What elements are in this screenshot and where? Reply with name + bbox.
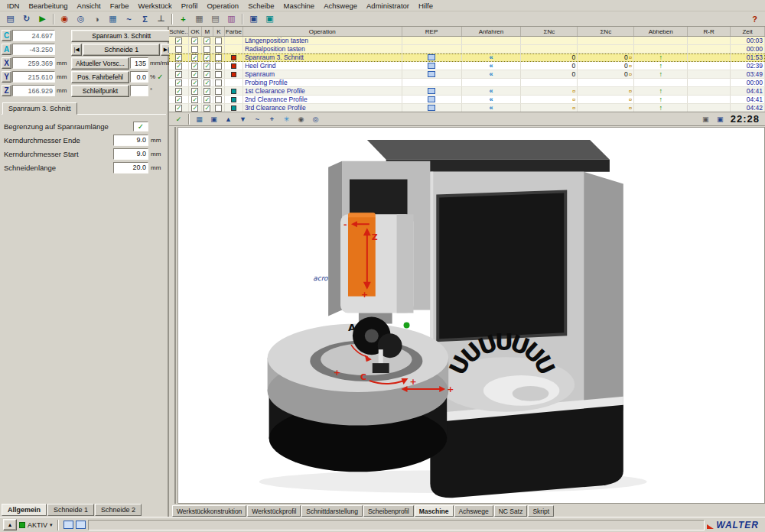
tab-spanraum-3-schnitt[interactable]: Spanraum 3. Schnitt: [2, 102, 77, 115]
schleifen-checkbox[interactable]: ✓: [175, 37, 182, 44]
m-checkbox[interactable]: ✓: [203, 54, 210, 61]
schleifen-checkbox[interactable]: [175, 46, 182, 53]
parameter-value-field[interactable]: 20.0: [113, 162, 148, 174]
axes-view-icon[interactable]: +: [265, 114, 278, 125]
schleifen-checkbox[interactable]: ✓: [175, 88, 182, 95]
column-header-operation[interactable]: Operation: [243, 27, 402, 36]
column-header-schle[interactable]: Schle..: [169, 27, 189, 36]
menu-item-profil[interactable]: Profil: [177, 1, 203, 11]
schleifen-checkbox[interactable]: ✓: [175, 54, 182, 61]
k-checkbox[interactable]: [215, 79, 222, 86]
grid-view-icon[interactable]: ▦: [193, 114, 206, 125]
parameter-checkbox[interactable]: ✓: [133, 122, 148, 131]
network-icon[interactable]: [76, 521, 86, 529]
column-header-rep[interactable]: REP: [402, 27, 462, 36]
machine-status-icon[interactable]: ▣: [699, 114, 712, 125]
column-header-farbe[interactable]: Farbe: [225, 27, 243, 36]
ok-checkbox[interactable]: [191, 46, 198, 53]
menu-item-operation[interactable]: Operation: [202, 1, 243, 11]
add-operation-icon[interactable]: +: [176, 12, 190, 25]
machine-monitor-icon[interactable]: ▣: [262, 12, 277, 25]
parameter-value-field[interactable]: 9.0: [113, 135, 148, 146]
menu-item-ansicht[interactable]: Ansicht: [73, 1, 106, 11]
operation-name[interactable]: Probing Profile: [243, 79, 402, 86]
c-axis-button[interactable]: C: [2, 30, 11, 41]
feed-value-field[interactable]: 135: [130, 57, 148, 69]
k-checkbox[interactable]: [215, 105, 222, 112]
menu-item-scheibe[interactable]: Scheibe: [243, 1, 278, 11]
ok-checkbox[interactable]: ✓: [191, 88, 198, 95]
tab-allgemein[interactable]: Allgemein: [2, 504, 47, 516]
operation-name[interactable]: Längenposition tasten: [243, 37, 402, 44]
screen-layout-icon[interactable]: ▣: [246, 12, 261, 25]
operation-name[interactable]: 1st Clearance Profile: [243, 87, 402, 95]
operation-name[interactable]: Spanraum: [243, 70, 402, 78]
m-checkbox[interactable]: ✓: [203, 71, 210, 78]
schleifen-checkbox[interactable]: ✓: [175, 71, 182, 78]
camera-view-icon[interactable]: ▣: [714, 114, 727, 125]
a-axis-button[interactable]: A: [2, 44, 11, 55]
operation-row[interactable]: ✓✓✓Probing Profile00:00: [169, 79, 765, 87]
menu-item-bearbeitung[interactable]: Bearbeitung: [24, 1, 72, 11]
ok-checkbox[interactable]: ✓: [191, 79, 198, 86]
operation-row[interactable]: ✓✓✓Spanraum 3. Schnitt«00¤↑01:53: [169, 54, 765, 62]
tab-werkst-ckprofil[interactable]: Werkstückprofil: [247, 505, 301, 517]
operation-row[interactable]: ✓✓✓Spanraum«00¤↑03:49: [169, 70, 765, 79]
k-checkbox[interactable]: [215, 46, 222, 53]
operation-row[interactable]: ✓✓✓Längenposition tasten00:03: [169, 37, 765, 45]
ok-checkbox[interactable]: ✓: [191, 105, 198, 112]
window-list-icon[interactable]: ▤: [3, 12, 18, 25]
column-header-anfahren[interactable]: Anfahren: [462, 27, 522, 36]
operation-name[interactable]: 2nd Clearance Profile: [243, 96, 402, 103]
status-toggle-button[interactable]: ▴: [3, 519, 17, 530]
ok-checkbox[interactable]: ✓: [191, 37, 198, 44]
k-checkbox[interactable]: [215, 88, 222, 95]
current-feed-button[interactable]: Aktueller Vorsc...: [71, 57, 129, 70]
panel-splitter[interactable]: [169, 127, 176, 504]
menu-item-maschine[interactable]: Maschine: [279, 1, 320, 11]
apply-check-icon[interactable]: ✓: [172, 114, 185, 125]
operation-row[interactable]: ✓✓✓Heel Grind«00¤↑02:39: [169, 62, 765, 70]
tab-werkst-ckkonstruktion[interactable]: Werkstückkonstruktion: [172, 505, 246, 517]
render-icon[interactable]: ◉: [295, 114, 308, 125]
operation-list-icon[interactable]: ▦: [192, 12, 207, 25]
simulation-start-icon[interactable]: ▶: [35, 12, 50, 25]
import-icon[interactable]: ▼: [236, 114, 249, 125]
remote-monitor-icon[interactable]: [63, 521, 73, 529]
workpiece-icon[interactable]: ▦: [106, 12, 120, 25]
operation-row[interactable]: ✓✓✓2nd Clearance Profile«¤¤↑04:41: [169, 96, 765, 104]
schleifen-checkbox[interactable]: ✓: [175, 105, 182, 112]
tab-schneide-2[interactable]: Schneide 2: [95, 504, 142, 516]
measure-icon[interactable]: ◎: [73, 12, 88, 25]
position-value-field[interactable]: 0.0: [130, 71, 148, 83]
k-checkbox[interactable]: [215, 37, 222, 44]
ok-checkbox[interactable]: ✓: [191, 63, 198, 70]
profile-view-icon[interactable]: ~: [251, 114, 264, 125]
m-checkbox[interactable]: ✓: [203, 37, 210, 44]
column-header-nc[interactable]: ΣNc: [578, 27, 634, 36]
window-refresh-icon[interactable]: ↻: [19, 12, 34, 25]
column-header-ok[interactable]: OK: [189, 27, 202, 36]
previous-edge-button[interactable]: |◀: [71, 44, 82, 56]
k-checkbox[interactable]: [215, 96, 222, 103]
calculator-icon[interactable]: Σ: [138, 12, 152, 25]
m-checkbox[interactable]: ✓: [203, 96, 210, 103]
tab-maschine[interactable]: Maschine: [415, 505, 454, 517]
profile-icon[interactable]: ~: [122, 12, 136, 25]
operation-name[interactable]: 3rd Clearance Profile: [243, 104, 402, 112]
parameter-value-field[interactable]: 9.0: [113, 148, 148, 160]
menu-item-administrator[interactable]: Administrator: [362, 1, 414, 11]
operation-name[interactable]: Heel Grind: [243, 62, 402, 70]
edge-select-button[interactable]: Schneide 1: [83, 44, 160, 56]
menu-item-achswege[interactable]: Achswege: [319, 1, 362, 11]
k-checkbox[interactable]: [215, 71, 222, 78]
m-checkbox[interactable]: ✓: [203, 63, 210, 70]
menu-item-hilfe[interactable]: Hilfe: [414, 1, 438, 11]
column-header-r-r[interactable]: R-R: [688, 27, 731, 36]
menu-item-idn[interactable]: IDN: [2, 1, 24, 11]
current-operation-button[interactable]: Spanraum 3. Schnitt: [71, 30, 171, 42]
tab-scheibenprofil[interactable]: Scheibenprofil: [363, 505, 414, 517]
help-icon[interactable]: ?: [747, 12, 762, 25]
x-axis-button[interactable]: X: [2, 57, 11, 69]
m-checkbox[interactable]: [203, 46, 210, 53]
